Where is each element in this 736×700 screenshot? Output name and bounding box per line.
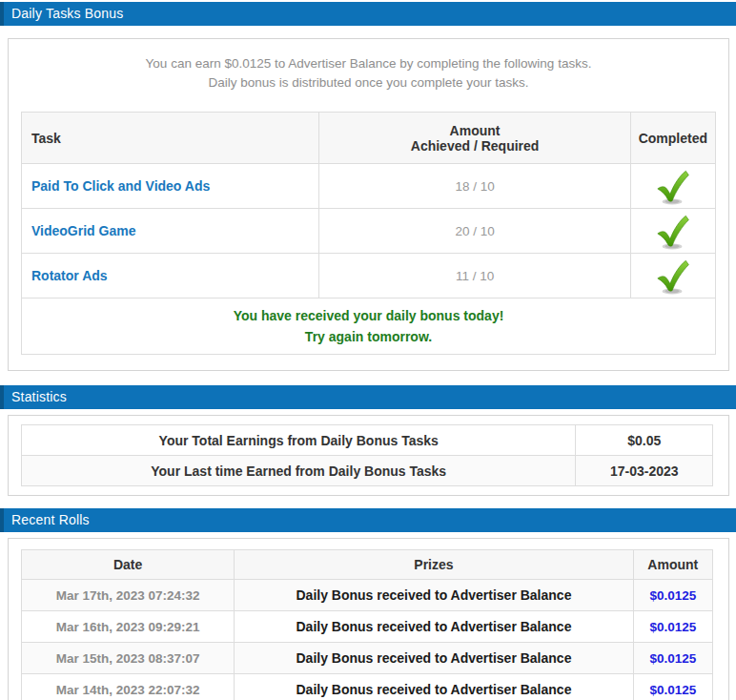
daily-tasks-panel: You can earn $0.0125 to Advertiser Balan…: [8, 38, 729, 371]
stat-label-total-earnings: Your Total Earnings from Daily Bonus Tas…: [22, 425, 576, 456]
amount-column-header: Amount: [633, 550, 712, 580]
task-cell: VideoGrid Game: [22, 209, 319, 254]
green-check-icon: [653, 213, 693, 251]
amount-cell: 11 / 10: [319, 254, 630, 299]
table-row: Mar 16th, 2023 09:29:21 Daily Bonus rece…: [22, 611, 713, 643]
task-link-rotator-ads[interactable]: Rotator Ads: [31, 268, 108, 283]
recent-rolls-table: Date Prizes Amount Mar 17th, 2023 07:24:…: [21, 549, 713, 700]
roll-prize: Daily Bonus received to Advertiser Balan…: [235, 674, 633, 700]
recent-rolls-header: Recent Rolls: [0, 508, 736, 532]
roll-amount: $0.0125: [633, 580, 712, 611]
task-cell: Rotator Ads: [22, 254, 319, 299]
table-row: Mar 15th, 2023 08:37:07 Daily Bonus rece…: [22, 643, 713, 674]
bonus-message-line-1: You have received your daily bonus today…: [30, 305, 707, 326]
completed-cell: [630, 209, 715, 254]
roll-amount: $0.0125: [633, 611, 712, 643]
roll-amount: $0.0125: [633, 674, 712, 700]
task-link-videogrid-game[interactable]: VideoGrid Game: [31, 223, 135, 238]
prizes-column-header: Prizes: [235, 550, 633, 580]
recent-rolls-panel: Date Prizes Amount Mar 17th, 2023 07:24:…: [8, 538, 729, 700]
table-row: Your Last time Earned from Daily Bonus T…: [22, 456, 713, 486]
roll-date: Mar 14th, 2023 22:07:32: [22, 674, 235, 700]
roll-prize: Daily Bonus received to Advertiser Balan…: [235, 611, 633, 643]
roll-prize: Daily Bonus received to Advertiser Balan…: [235, 580, 633, 611]
daily-tasks-table: Task Amount Achieved / Required Complete…: [21, 112, 716, 355]
statistics-panel: Your Total Earnings from Daily Bonus Tas…: [8, 415, 729, 496]
roll-amount: $0.0125: [633, 643, 712, 674]
table-row: Rotator Ads 11 / 10: [22, 254, 716, 299]
table-row: Paid To Click and Video Ads 18 / 10: [22, 164, 716, 209]
daily-bonus-page: Daily Tasks Bonus You can earn $0.0125 t…: [0, 0, 736, 700]
date-column-header: Date: [22, 550, 235, 580]
task-column-header: Task: [22, 113, 319, 164]
bonus-received-message: You have received your daily bonus today…: [22, 299, 716, 355]
statistics-header: Statistics: [0, 385, 736, 409]
roll-prize: Daily Bonus received to Advertiser Balan…: [235, 643, 633, 674]
green-check-icon: [653, 168, 693, 206]
amount-column-header: Amount Achieved / Required: [319, 113, 630, 164]
tasks-header-row: Task Amount Achieved / Required Complete…: [22, 113, 716, 164]
intro-line-1: You can earn $0.0125 to Advertiser Balan…: [21, 54, 716, 73]
table-row: Mar 17th, 2023 07:24:32 Daily Bonus rece…: [22, 580, 713, 611]
roll-date: Mar 16th, 2023 09:29:21: [22, 611, 235, 643]
statistics-table: Your Total Earnings from Daily Bonus Tas…: [21, 424, 713, 486]
bonus-message-line-2: Try again tomorrow.: [30, 326, 707, 347]
completed-cell: [630, 254, 715, 299]
amount-cell: 18 / 10: [319, 164, 630, 209]
stat-value-last-earned: 17-03-2023: [576, 456, 713, 486]
intro-line-2: Daily bonus is distributed once you comp…: [21, 73, 716, 93]
roll-date: Mar 15th, 2023 08:37:07: [22, 643, 235, 674]
daily-tasks-bonus-header: Daily Tasks Bonus: [0, 2, 736, 26]
completed-column-header: Completed: [630, 113, 715, 164]
stat-value-total-earnings: $0.05: [576, 425, 713, 456]
table-row: Your Total Earnings from Daily Bonus Tas…: [22, 425, 713, 456]
green-check-icon: [653, 257, 693, 296]
task-cell: Paid To Click and Video Ads: [22, 164, 319, 209]
roll-date: Mar 17th, 2023 07:24:32: [22, 580, 235, 611]
bonus-message-row: You have received your daily bonus today…: [22, 299, 716, 355]
table-row: VideoGrid Game 20 / 10: [22, 209, 716, 254]
amount-cell: 20 / 10: [319, 209, 630, 254]
completed-cell: [630, 164, 715, 209]
stat-label-last-earned: Your Last time Earned from Daily Bonus T…: [22, 456, 576, 486]
daily-tasks-intro: You can earn $0.0125 to Advertiser Balan…: [21, 54, 716, 93]
table-row: Mar 14th, 2023 22:07:32 Daily Bonus rece…: [22, 674, 713, 700]
task-link-ptc-video-ads[interactable]: Paid To Click and Video Ads: [31, 178, 210, 194]
rolls-header-row: Date Prizes Amount: [22, 550, 713, 580]
